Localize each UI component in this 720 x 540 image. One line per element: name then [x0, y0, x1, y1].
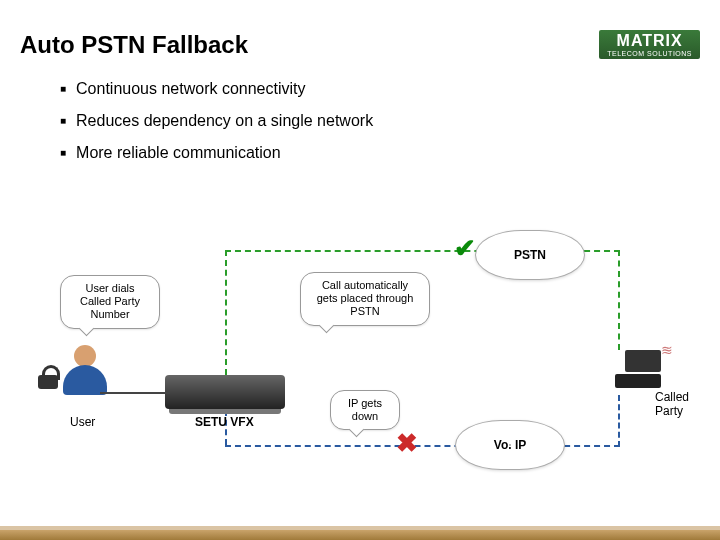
- speech-ip-down: IP gets down: [330, 390, 400, 430]
- cable-line: [100, 392, 170, 394]
- bullet-item: Reduces dependency on a single network: [60, 112, 373, 130]
- called-party-label: Called Party: [655, 390, 700, 418]
- setu-vfx-device-icon: [165, 375, 285, 409]
- voip-cloud: Vo. IP: [455, 420, 565, 470]
- speech-auto-pstn: Call automatically gets placed through P…: [300, 272, 430, 326]
- brand-logo: MATRIX TELECOM SOLUTIONS: [599, 30, 700, 59]
- logo-brand: MATRIX: [617, 32, 683, 50]
- speech-user-dials: User dials Called Party Number: [60, 275, 160, 329]
- bullet-item: More reliable communication: [60, 144, 373, 162]
- check-icon: ✔: [454, 233, 476, 264]
- logo-sub: TELECOM SOLUTIONS: [607, 50, 692, 58]
- signal-icon: ≋: [661, 342, 673, 358]
- cross-icon: ✖: [396, 428, 418, 459]
- bullet-list: Continuous network connectivity Reduces …: [60, 80, 373, 176]
- device-label: SETU VFX: [195, 415, 254, 429]
- desk-phone-icon: [38, 375, 58, 389]
- user-icon: [55, 345, 115, 405]
- bullet-item: Continuous network connectivity: [60, 80, 373, 98]
- page-title: Auto PSTN Fallback: [20, 31, 248, 59]
- pstn-cloud: PSTN: [475, 230, 585, 280]
- pstn-cloud-label: PSTN: [514, 248, 546, 262]
- user-label: User: [70, 415, 95, 429]
- voip-cloud-label: Vo. IP: [494, 438, 526, 452]
- path-blue: [618, 395, 620, 447]
- diagram-area: PSTN Vo. IP User dials Called Party Numb…: [0, 230, 720, 510]
- ip-phone-icon: ≋: [615, 350, 665, 392]
- path-green: [618, 250, 620, 350]
- path-green: [225, 250, 227, 375]
- footer-bar: [0, 530, 720, 540]
